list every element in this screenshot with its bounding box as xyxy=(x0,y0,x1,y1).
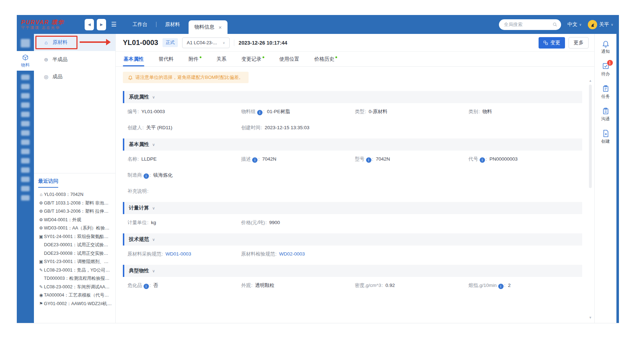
collapse-chevron-icon[interactable]: ∨ xyxy=(152,142,155,147)
collapse-chevron-icon[interactable]: ∨ xyxy=(152,237,155,242)
info-icon[interactable]: i xyxy=(144,284,149,289)
field-value-link[interactable]: WD02-0003 xyxy=(279,251,305,257)
scrollbar-thumb[interactable] xyxy=(589,85,592,188)
redacted-nav-icon[interactable] xyxy=(21,149,30,154)
detail-tab-6[interactable]: 使用位置 xyxy=(279,52,300,66)
section-header[interactable]: 基本属性∨ xyxy=(123,138,582,151)
toolbar-沟通[interactable]: 沟通 xyxy=(601,107,610,122)
version-select[interactable]: A1 LC04-23-... ∨ xyxy=(182,37,230,48)
redacted-nav-icon[interactable] xyxy=(21,186,30,191)
redacted-nav-icon[interactable] xyxy=(21,140,30,145)
detail-tab-4[interactable]: 关系 xyxy=(216,52,227,66)
field-label: 原材料检验规范 xyxy=(241,251,275,257)
header-tab-2[interactable]: 原材料 xyxy=(156,15,189,34)
section-header[interactable]: 系统属性∨ xyxy=(123,91,582,103)
nav-back-button[interactable]: ◀ xyxy=(85,19,94,30)
redacted-nav-icon[interactable] xyxy=(21,93,30,98)
user-menu[interactable]: 关平 ∨ xyxy=(588,20,613,29)
detail-tab-1[interactable]: 基本属性 xyxy=(123,52,144,66)
section-header[interactable]: 计量计算∨ xyxy=(123,202,582,214)
redacted-nav-icon[interactable] xyxy=(21,130,30,136)
menu-collapse-icon[interactable]: ☰ xyxy=(111,21,116,28)
field-colon: : xyxy=(142,125,144,130)
material-code: YL01-0003 xyxy=(123,39,158,47)
redacted-nav-icon[interactable] xyxy=(21,167,30,173)
recent-item[interactable]: DOE23-00001：试用正交试验法寻求切... xyxy=(38,241,112,249)
field-colon: : xyxy=(372,156,374,162)
field-colon: : xyxy=(261,125,262,130)
detail-tab-2[interactable]: 替代料 xyxy=(158,52,174,66)
field-cell: 创建时间:2023-12-15 13:35:03 xyxy=(241,125,355,131)
toolbar-待办[interactable]: 1待办 xyxy=(601,62,610,77)
collapse-chevron-icon[interactable]: ∨ xyxy=(152,269,155,273)
section-header[interactable]: 技术规范∨ xyxy=(123,233,582,246)
search-input[interactable] xyxy=(504,22,552,27)
redacted-nav-icon[interactable] xyxy=(21,102,30,108)
scroll-down-icon[interactable]: ▼ xyxy=(589,316,592,319)
main-content: YL01-0003 正式 A1 LC04-23-... ∨ 2023-12-26… xyxy=(116,34,594,323)
field-colon: : xyxy=(263,109,265,114)
recent-item[interactable]: ⚑GY01-0002：AAW01-WDZ2#机工艺 xyxy=(38,300,112,308)
recent-item[interactable]: ⚙GB/T 1033.1-2008：塑料 非泡沫塑料... xyxy=(38,199,112,208)
recent-item[interactable]: ✎LC08-23-0002：车间所调试AAW01释... xyxy=(38,283,112,292)
scrollbar[interactable]: ▲ ▼ xyxy=(589,79,592,319)
rail-item-material[interactable]: 物料 xyxy=(17,51,34,71)
info-icon[interactable]: i xyxy=(366,157,371,163)
field-label: 描述 xyxy=(241,156,251,162)
close-tab-icon[interactable]: × xyxy=(219,24,222,30)
redacted-nav-icon[interactable] xyxy=(21,195,30,201)
more-button[interactable]: 更多 xyxy=(569,37,589,49)
collapse-chevron-icon[interactable]: ∨ xyxy=(152,95,155,100)
field-row: 原材料采购规范:WD01-0003原材料检验规范:WD02-0003 xyxy=(123,246,582,262)
recent-item[interactable]: ✎LC08-23-0001：竞品，YD公司，70℃... xyxy=(38,266,112,275)
change-button[interactable]: 变更 xyxy=(539,37,565,49)
rail-item-label: 物料 xyxy=(21,62,30,68)
recent-item[interactable]: ◉TA000004：工艺表模板（代号）-1 xyxy=(38,291,112,300)
global-search[interactable] xyxy=(499,19,561,30)
language-switcher[interactable]: 中文 ∨ xyxy=(568,21,582,28)
section-header[interactable]: 典型物性∨ xyxy=(123,265,582,277)
menu-item-成品[interactable]: ◎成品 xyxy=(34,68,115,85)
header-tab-3[interactable]: 物料信息× xyxy=(189,20,228,34)
redacted-nav-icon[interactable] xyxy=(21,75,30,80)
detail-tab-7[interactable]: 价格历史 xyxy=(314,52,338,66)
toolbar-创建[interactable]: 创建 xyxy=(601,130,610,145)
unsaved-dot-icon xyxy=(335,56,337,58)
info-icon[interactable]: i xyxy=(252,157,258,163)
field-value: 9900 xyxy=(269,220,280,225)
recent-item[interactable]: TD000003：检测流程用检验报告模板（1... xyxy=(38,274,112,283)
recent-item[interactable]: ▣SY01-23-0001：调整阻燃剂、润滑剂... xyxy=(38,258,112,266)
recent-item[interactable]: ⚙GB/T 1040.3-2006：塑料 拉伸性能的... xyxy=(38,207,112,216)
toolbar-任务[interactable]: 任务 xyxy=(601,85,610,100)
info-icon[interactable]: i xyxy=(480,157,485,163)
info-icon[interactable]: i xyxy=(144,173,149,179)
detail-tab-3[interactable]: 附件 xyxy=(188,52,202,66)
redacted-nav-icon[interactable] xyxy=(21,158,30,163)
field-cell: 创建人:关平 (RD11) xyxy=(128,125,241,131)
collapse-chevron-icon[interactable]: ∨ xyxy=(152,206,155,211)
recent-item[interactable]: DOE23-00008：试用正交实验法寻求润... xyxy=(38,249,112,258)
menu-item-半成品[interactable]: ⊜半成品 xyxy=(34,51,115,68)
field-value-link[interactable]: WD01-0003 xyxy=(165,251,191,257)
header-tab-1[interactable]: 工作台 xyxy=(124,15,156,34)
recent-item[interactable]: ⚙WD03-0001：AA（系列）检验规范 xyxy=(38,224,112,233)
title-actions: 变更 更多 xyxy=(539,37,589,49)
scroll-up-icon[interactable]: ▲ xyxy=(589,79,592,82)
toolbar-label: 通知 xyxy=(601,49,610,55)
recent-item[interactable]: ▣SY01-24-0001：双组份聚氨酯平行试验 xyxy=(38,233,112,241)
redacted-nav-icon[interactable] xyxy=(21,177,30,182)
redacted-nav-icon[interactable] xyxy=(21,121,30,126)
field-label: 编号 xyxy=(128,109,137,114)
detail-tab-5[interactable]: 变更记录 xyxy=(241,52,265,66)
recent-item[interactable]: ⚙WD04-0001：外观 xyxy=(38,216,112,224)
redacted-nav-icon[interactable] xyxy=(21,39,30,47)
redacted-nav-icon[interactable] xyxy=(21,84,30,89)
info-icon[interactable]: i xyxy=(498,284,504,289)
material-icon: ⌂ xyxy=(38,191,44,199)
menu-item-原材料[interactable]: ⌂原材料 xyxy=(34,34,115,51)
info-icon[interactable]: i xyxy=(257,110,262,115)
redacted-nav-icon[interactable] xyxy=(21,112,30,117)
recent-item[interactable]: ⌂YL01-0003：7042N xyxy=(38,191,112,199)
nav-forward-button[interactable]: ▶ xyxy=(97,19,106,30)
toolbar-通知[interactable]: 通知 xyxy=(601,40,610,55)
